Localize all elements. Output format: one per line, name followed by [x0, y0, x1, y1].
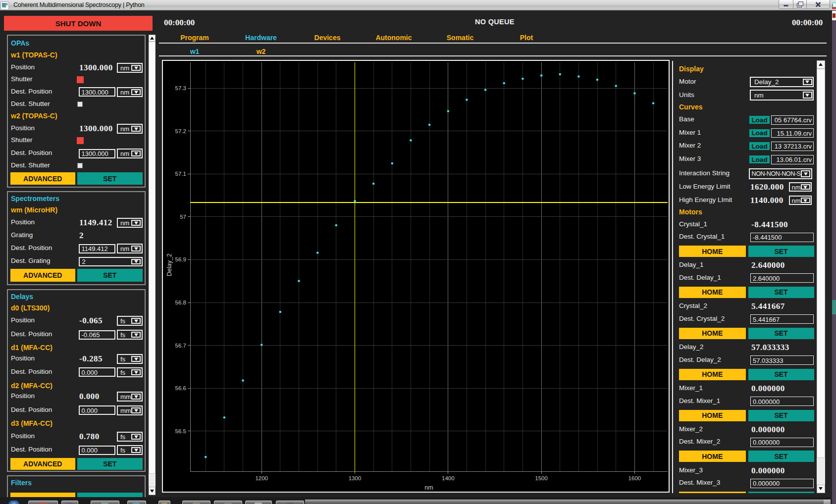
- svg-text:1500: 1500: [535, 475, 548, 481]
- svg-text:1300: 1300: [349, 475, 362, 481]
- svg-text:57: 57: [180, 214, 186, 220]
- svg-text:57.1: 57.1: [175, 171, 186, 177]
- svg-text:1600: 1600: [628, 475, 641, 481]
- svg-text:57.2: 57.2: [175, 128, 186, 134]
- svg-text:57.3: 57.3: [175, 85, 186, 91]
- svg-text:56.7: 56.7: [175, 343, 186, 349]
- svg-text:56.8: 56.8: [175, 300, 186, 305]
- svg-text:Delay_2: Delay_2: [166, 253, 173, 276]
- svg-text:56.9: 56.9: [175, 256, 186, 262]
- svg-text:56.6: 56.6: [175, 385, 186, 391]
- svg-text:56.5: 56.5: [175, 428, 186, 434]
- svg-text:1200: 1200: [255, 475, 268, 481]
- svg-text:1400: 1400: [442, 475, 455, 481]
- svg-text:nm: nm: [424, 484, 433, 491]
